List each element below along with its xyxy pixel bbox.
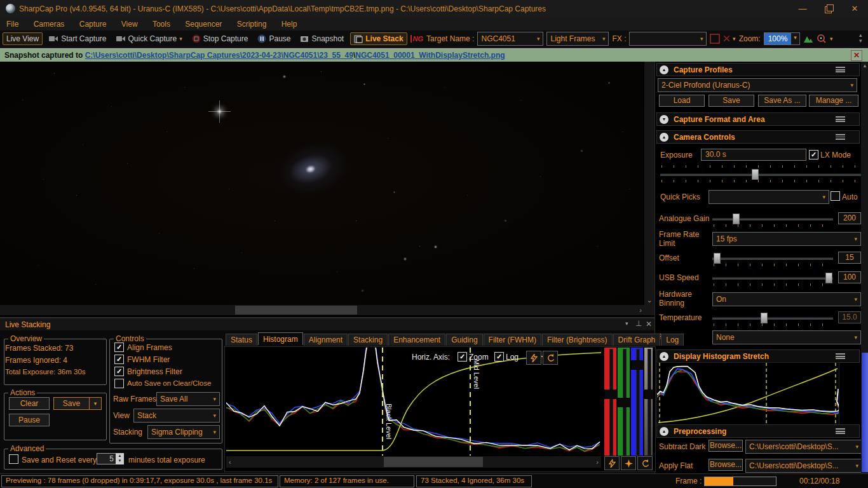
start-capture-button[interactable]: Start Capture	[46, 33, 109, 44]
section-capture-profiles[interactable]: ▲ Capture Profiles	[656, 63, 860, 76]
load-profile-button[interactable]: Load	[659, 95, 705, 107]
fwhm-filter-checkbox[interactable]: ✓	[114, 355, 124, 364]
stack-reset-button[interactable]	[637, 456, 653, 470]
panel-menu-icon[interactable]: ▾	[625, 320, 628, 327]
frame-rate-select[interactable]: 15 fps▾	[712, 232, 861, 246]
frame-type-select[interactable]: Light Frames▾	[546, 32, 609, 46]
chevron-down-icon[interactable]: ▾	[830, 36, 833, 42]
menu-sequencer[interactable]: Sequencer	[179, 18, 228, 29]
save-split-button[interactable]: Save ▾	[53, 397, 102, 410]
tab-guiding[interactable]: Guiding	[446, 334, 482, 346]
image-hscrollbar[interactable]: ›	[0, 305, 654, 315]
tab-drift-graph[interactable]: Drift Graph	[613, 334, 661, 346]
menu-view[interactable]: View	[115, 18, 144, 29]
capture-folder-link[interactable]: C:\Users\cotti\Desktop\SharpCap Captures…	[85, 51, 353, 60]
horiz-zoom-checkbox[interactable]: ✓	[458, 352, 467, 362]
scroll-thumb[interactable]	[862, 353, 868, 472]
auto-exposure-checkbox[interactable]	[831, 191, 840, 201]
exposure-input[interactable]: 30.0 s	[701, 149, 806, 161]
raw-frames-select[interactable]: Save All▾	[156, 392, 220, 406]
section-camera-controls[interactable]: ▲ Camera Controls	[656, 130, 860, 144]
menu-tools[interactable]: Tools	[146, 18, 177, 29]
tab-log[interactable]: Log	[661, 334, 684, 346]
tab-alignment[interactable]: Alignment	[304, 334, 348, 346]
blue-level-column[interactable]	[631, 348, 643, 456]
align-frames-checkbox[interactable]: ✓	[114, 342, 124, 352]
section-menu-icon[interactable]	[836, 67, 845, 72]
browse-dark-button[interactable]: Browse...	[709, 440, 743, 452]
display-stretch-histogram[interactable]	[656, 362, 839, 425]
menu-help[interactable]: Help	[275, 18, 304, 29]
target-name-select[interactable]: NGC4051▾	[477, 32, 543, 46]
view-select[interactable]: Stack▾	[133, 409, 220, 423]
hardware-binning-select[interactable]: On▾	[712, 292, 861, 306]
horiz-log-checkbox[interactable]: ✓	[494, 352, 504, 362]
quick-picks-select[interactable]: ▾	[709, 190, 829, 204]
section-menu-icon[interactable]	[836, 428, 845, 434]
offset-slider[interactable]	[712, 257, 833, 260]
dark-path-select[interactable]: C:\Users\cotti\Desktop\S...▾	[745, 440, 862, 454]
lx-mode-checkbox[interactable]: ✓	[809, 150, 818, 159]
flat-path-select[interactable]: C:\Users\cotti\Desktop\S...▾	[745, 459, 862, 473]
temperature-slider[interactable]	[712, 317, 833, 320]
stop-capture-button[interactable]: Stop Capture	[189, 33, 252, 44]
manage-profiles-button[interactable]: Manage ...	[809, 95, 858, 107]
quick-capture-button[interactable]: Quick Capture ▾	[113, 33, 186, 44]
sidebar-scrollbar[interactable]: ▴	[861, 62, 868, 473]
section-display-histogram[interactable]: ▲ Display Histogram Stretch	[656, 349, 860, 363]
image-viewport[interactable]: ⌄ ›	[0, 62, 654, 315]
pin-icon[interactable]: ⊥	[635, 319, 642, 328]
brightness-filter-checkbox[interactable]: ✓	[114, 367, 124, 376]
histogram-auto-stretch-button[interactable]	[526, 351, 541, 365]
spinner-arrows[interactable]: ▲▼	[116, 453, 124, 464]
chevron-down-icon[interactable]: ▾	[733, 36, 736, 42]
no-crosshair-icon[interactable]: ⨉	[723, 34, 729, 43]
tab-histogram[interactable]: Histogram	[258, 332, 303, 345]
menu-cameras[interactable]: Cameras	[27, 18, 71, 29]
close-button[interactable]: ✕	[845, 3, 864, 15]
exposure-slider[interactable]	[660, 173, 864, 176]
pause-button[interactable]: Pause	[254, 33, 294, 44]
menu-file[interactable]: File	[0, 18, 25, 29]
auto-stretch-icon[interactable]	[803, 35, 813, 43]
reticle-icon[interactable]	[817, 34, 827, 44]
histogram-reset-button[interactable]	[543, 351, 558, 365]
tab-filter-fwhm[interactable]: Filter (FWHM)	[484, 334, 541, 346]
section-menu-icon[interactable]	[836, 353, 845, 359]
restore-button[interactable]	[818, 3, 837, 15]
save-profile-button[interactable]: Save	[709, 95, 754, 107]
fx-select[interactable]: ▾	[629, 32, 707, 46]
stack-sparkle-button[interactable]	[621, 456, 636, 470]
menu-scripting[interactable]: Scripting	[231, 18, 273, 29]
auto-save-checkbox[interactable]	[114, 379, 124, 388]
capture-file-link[interactable]: NGC4051_00001_WithDisplayStretch.png	[355, 51, 505, 60]
zoom-select[interactable]: 100% ▾	[764, 32, 800, 45]
tab-enhancement[interactable]: Enhancement	[388, 334, 445, 346]
usb-speed-slider[interactable]	[712, 277, 833, 280]
image-vscrollbar[interactable]: ⌄	[644, 62, 654, 305]
menu-capture[interactable]: Capture	[73, 18, 113, 29]
tab-stacking[interactable]: Stacking	[348, 334, 388, 346]
all-level-column[interactable]	[644, 348, 653, 456]
browse-flat-button[interactable]: Browse...	[709, 459, 743, 471]
red-level-column[interactable]	[604, 348, 616, 456]
histogram-hscrollbar[interactable]: ‹ ›	[226, 456, 601, 468]
clear-button[interactable]: Clear	[9, 397, 50, 410]
temperature-slider-thumb[interactable]	[761, 313, 768, 323]
stack-stretch-button[interactable]	[604, 456, 620, 470]
exposure-slider-thumb[interactable]	[752, 169, 759, 180]
selection-area-icon[interactable]	[710, 34, 720, 44]
capture-profile-select[interactable]: 2-Ciel Profond (Uranus-C)▾	[658, 78, 857, 92]
analogue-gain-value[interactable]: 200	[838, 212, 861, 224]
red-level-handle[interactable]	[604, 390, 618, 399]
close-panel-icon[interactable]: ✕	[646, 320, 652, 329]
green-level-column[interactable]	[618, 348, 630, 456]
analogue-gain-slider-thumb[interactable]	[733, 214, 740, 224]
flip-select[interactable]: None▾	[712, 330, 861, 344]
stacking-select[interactable]: Sigma Clipping▾	[147, 425, 220, 439]
tab-status[interactable]: Status	[226, 334, 257, 346]
toolbar-overflow[interactable]: ▴▾	[859, 32, 862, 44]
section-menu-icon[interactable]	[836, 134, 845, 140]
all-level-handle[interactable]	[644, 390, 654, 399]
section-preprocessing[interactable]: ▲ Preprocessing	[656, 424, 860, 438]
